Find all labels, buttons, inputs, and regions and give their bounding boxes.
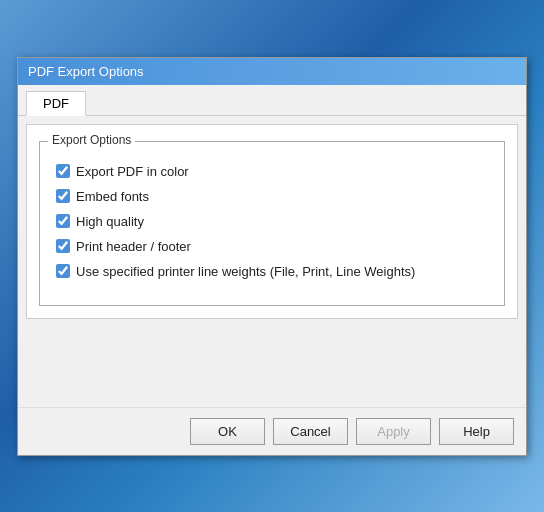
- checkbox-high-quality-input[interactable]: [56, 214, 70, 228]
- checkbox-embed-fonts: Embed fonts: [56, 189, 488, 204]
- checkbox-export-pdf-color-label[interactable]: Export PDF in color: [76, 164, 189, 179]
- ok-button[interactable]: OK: [190, 418, 265, 445]
- checkbox-high-quality-label[interactable]: High quality: [76, 214, 144, 229]
- export-options-group: Export Options Export PDF in color Embed…: [39, 141, 505, 306]
- checkbox-high-quality: High quality: [56, 214, 488, 229]
- checkbox-export-pdf-color: Export PDF in color: [56, 164, 488, 179]
- apply-button[interactable]: Apply: [356, 418, 431, 445]
- checkbox-printer-line-weights-label[interactable]: Use specified printer line weights (File…: [76, 264, 415, 279]
- checkbox-printer-line-weights-input[interactable]: [56, 264, 70, 278]
- spacer: [18, 327, 526, 407]
- tab-bar: PDF: [18, 85, 526, 116]
- checkbox-print-header-footer: Print header / footer: [56, 239, 488, 254]
- cancel-button[interactable]: Cancel: [273, 418, 348, 445]
- checkbox-printer-line-weights: Use specified printer line weights (File…: [56, 264, 488, 279]
- tab-pdf[interactable]: PDF: [26, 91, 86, 116]
- dialog-title: PDF Export Options: [28, 64, 144, 79]
- title-bar: PDF Export Options: [18, 58, 526, 85]
- content-area: Export Options Export PDF in color Embed…: [26, 124, 518, 319]
- footer: OK Cancel Apply Help: [18, 407, 526, 455]
- checkbox-print-header-footer-label[interactable]: Print header / footer: [76, 239, 191, 254]
- checkbox-embed-fonts-input[interactable]: [56, 189, 70, 203]
- pdf-export-dialog: PDF Export Options PDF Export Options Ex…: [17, 57, 527, 456]
- checkbox-export-pdf-color-input[interactable]: [56, 164, 70, 178]
- help-button[interactable]: Help: [439, 418, 514, 445]
- checkbox-embed-fonts-label[interactable]: Embed fonts: [76, 189, 149, 204]
- checkbox-print-header-footer-input[interactable]: [56, 239, 70, 253]
- group-label: Export Options: [48, 133, 135, 147]
